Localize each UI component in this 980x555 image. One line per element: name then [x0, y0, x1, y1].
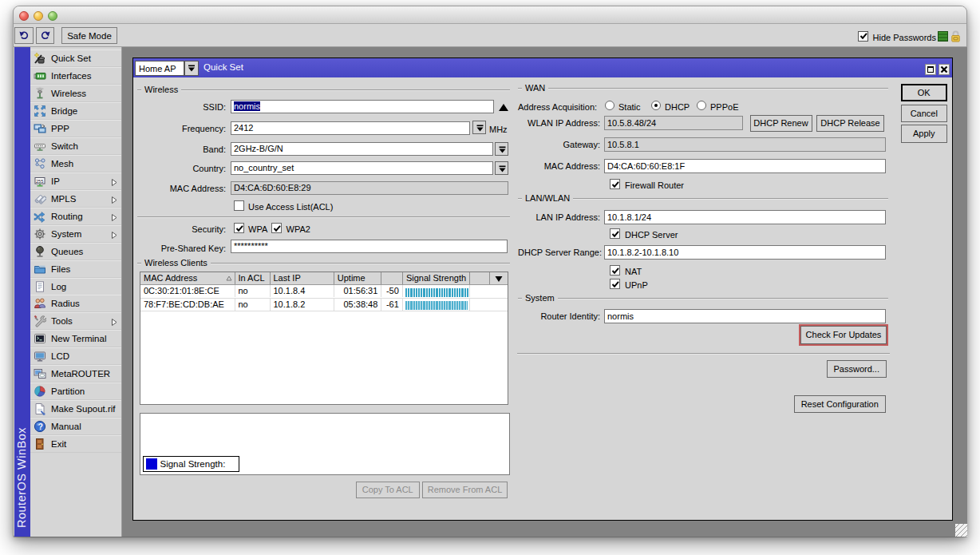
svg-text:?: ? — [38, 422, 43, 430]
svg-text:255: 255 — [36, 178, 43, 183]
